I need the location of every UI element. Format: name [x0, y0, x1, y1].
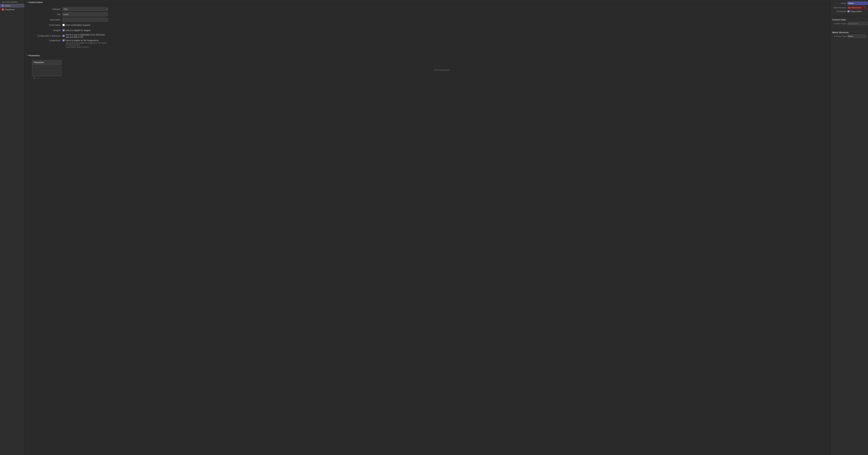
availability-text: Deprecated [850, 10, 861, 12]
sidebar-item-intent[interactable]: I Intent [0, 4, 24, 7]
params-list: Parameter [32, 60, 62, 76]
params-list-footer: + − [32, 76, 62, 80]
response-badge: R [1, 8, 4, 11]
widgets-checkbox[interactable] [62, 29, 65, 31]
widgets-control: Intent is eligible for widgets [62, 29, 108, 31]
params-empty-state: No Parameters [62, 60, 823, 80]
confirmation-label: Confirmation [32, 24, 62, 26]
widgets-row: Widgets Intent is eligible for widgets [32, 28, 823, 32]
name-input[interactable] [847, 1, 868, 5]
parameters-section-header: ▾ Parameters [25, 53, 830, 58]
parameters-title: Parameters [29, 54, 40, 57]
confirmation-checkbox[interactable] [62, 24, 65, 26]
category-select[interactable]: View View Order Share Photo Messages Lis… [62, 7, 108, 11]
parameters-body: Parameter + − No Parameters [25, 58, 830, 82]
custom-intent-form: Category View View Order Share Photo Mes… [25, 5, 830, 52]
configurable-label: Configurable in Shortcuts [32, 35, 62, 37]
availability-row: Availability Deprecated [832, 10, 866, 12]
description-row: Description [32, 18, 823, 22]
confirmation-checkbox-label: User confirmation required [66, 24, 90, 26]
name-label: Name [832, 2, 846, 4]
parameters-chevron[interactable]: ▾ [27, 55, 28, 56]
name-row: Name [832, 1, 866, 5]
suggestions-control: Intent is eligible for Siri Suggestions … [62, 39, 108, 48]
primary-type-select-wrapper: None Background Foreground [847, 34, 866, 38]
authentication-select[interactable]: Not Restricted Restricted While Locked R… [847, 6, 866, 9]
sidebar-item-response[interactable]: R Response [0, 7, 24, 11]
custom-class-row: Custom Class [832, 22, 866, 25]
confirmation-row: Confirmation User confirmation required [32, 23, 823, 27]
title-input[interactable] [62, 12, 108, 16]
watch-shortcuts-section-header: Watch Shortcuts [830, 30, 868, 34]
sidebar-item-response-label: Response [5, 8, 14, 10]
add-parameter-button[interactable]: + [33, 77, 36, 79]
params-list-header: Parameter [32, 60, 61, 64]
watch-shortcuts-section: Primary Type None Background Foreground [830, 34, 868, 41]
configurable-checkbox[interactable] [62, 35, 65, 37]
suggestions-checkbox[interactable] [62, 39, 65, 41]
confirmation-control: User confirmation required [62, 24, 108, 26]
sidebar-header: CUSTOM INTENTS [0, 0, 24, 4]
authentication-row: Authentication Not Restricted Restricted… [832, 6, 866, 9]
suggestions-label: Suggestions [32, 39, 62, 41]
custom-intent-chevron[interactable]: ▾ [27, 1, 28, 3]
description-control [62, 18, 108, 22]
confirmation-checkbox-row: User confirmation required [62, 24, 108, 26]
category-row: Category View View Order Share Photo Mes… [32, 7, 823, 11]
title-label: Title [32, 13, 62, 16]
suggestions-note: Intents that are eligible for suggestion… [66, 42, 108, 48]
configurable-control: Intent is user-configurable in the Short… [62, 33, 108, 38]
intent-badge: I [1, 4, 4, 7]
configurable-row: Configurable in Shortcuts Intent is user… [32, 33, 823, 38]
category-label: Category [32, 8, 62, 10]
primary-type-select[interactable]: None Background Foreground [847, 34, 866, 38]
remove-parameter-button[interactable]: − [37, 77, 39, 79]
widgets-checkbox-row: Intent is eligible for widgets [62, 29, 108, 31]
sidebar-item-intent-label: Intent [5, 4, 10, 7]
custom-intent-title: Custom Intent [29, 1, 42, 3]
configurable-checkbox-label: Intent is user-configurable in the Short… [66, 33, 108, 38]
availability-checkbox[interactable] [847, 10, 850, 12]
parameters-section: ▾ Parameters Parameter + − No Parameters [25, 53, 830, 82]
suggestions-checkbox-row: Intent is eligible for Siri Suggestions [62, 39, 108, 41]
title-control [62, 12, 108, 16]
suggestions-row: Suggestions Intent is eligible for Siri … [32, 39, 823, 48]
custom-class-label: Custom Class [832, 22, 846, 25]
right-panel-name-section: Name Authentication Not Restricted Restr… [830, 1, 868, 15]
suggestions-checkbox-label: Intent is eligible for Siri Suggestions [66, 39, 99, 41]
main-content: ▾ Custom Intent Category View View Order… [25, 0, 830, 455]
sidebar: CUSTOM INTENTS I Intent R Response [0, 0, 25, 455]
availability-label: Availability [832, 10, 846, 12]
category-select-wrapper: View View Order Share Photo Messages Lis… [62, 7, 108, 11]
params-list-body [32, 64, 61, 76]
custom-class-section-header: Custom Class [830, 18, 868, 22]
custom-class-input[interactable] [847, 22, 868, 25]
right-panel: Name Authentication Not Restricted Restr… [830, 0, 868, 455]
primary-type-row: Primary Type None Background Foreground [832, 34, 866, 38]
description-label: Description [32, 19, 62, 21]
widgets-label: Widgets [32, 29, 62, 31]
configurable-checkbox-row: Intent is user-configurable in the Short… [62, 33, 108, 38]
widgets-checkbox-label: Intent is eligible for widgets [66, 29, 91, 31]
title-row: Title [32, 12, 823, 17]
description-input[interactable] [62, 18, 108, 22]
params-list-container: Parameter + − [32, 60, 62, 80]
availability-checkbox-row: Deprecated [847, 10, 861, 12]
authentication-label: Authentication [832, 6, 846, 9]
custom-intent-section-header: ▾ Custom Intent [25, 0, 830, 5]
custom-class-section: Custom Class [830, 22, 868, 28]
divider-2 [830, 29, 868, 29]
authentication-select-wrapper: Not Restricted Restricted While Locked R… [847, 6, 866, 9]
primary-type-label: Primary Type [832, 35, 846, 37]
